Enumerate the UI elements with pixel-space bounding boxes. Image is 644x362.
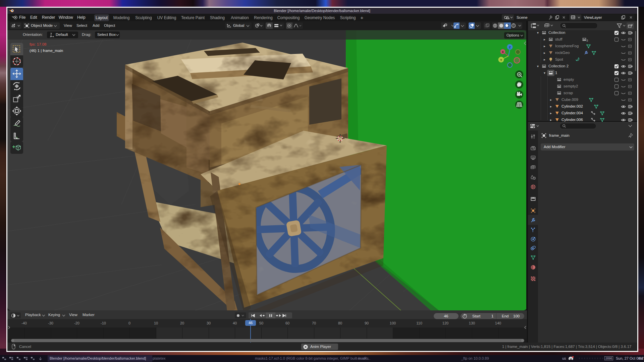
svg-text:Z: Z [509, 46, 511, 49]
svg-text:X: X [502, 50, 504, 54]
svg-text:Y: Y [500, 58, 502, 62]
